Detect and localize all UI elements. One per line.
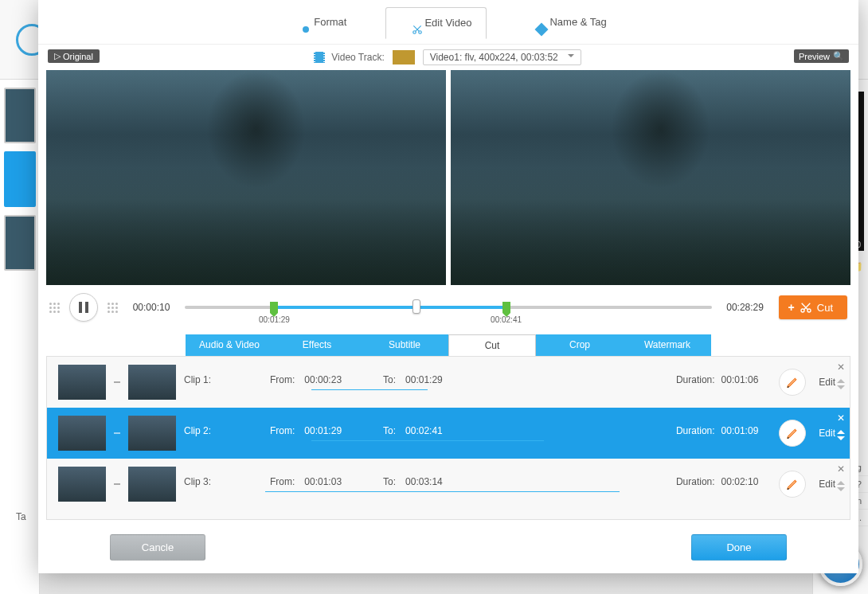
clip-duration-value: 00:01:06 [721, 374, 759, 385]
pencil-icon [786, 427, 799, 440]
clip-to-value: 00:01:29 [405, 374, 443, 385]
timeline-selected-range [274, 306, 506, 309]
format-icon [290, 14, 307, 31]
clip-edit-label: Edit [819, 428, 835, 439]
grip-icon[interactable] [49, 303, 60, 313]
video-track-row: ▷ Original Video Track: Video1: flv, 400… [38, 45, 858, 70]
timeline-marker-start-label: 00:01:29 [259, 315, 290, 324]
clip-range-underline [265, 491, 620, 492]
preview-pane [451, 70, 850, 285]
clip-range-underline [311, 389, 428, 390]
clip-duration-label: Duration: [676, 425, 715, 436]
clip-move-down[interactable] [837, 436, 845, 444]
clip-to-label: To: [383, 476, 396, 487]
bg-thumb[interactable] [4, 151, 36, 207]
clip-to-value: 00:03:14 [405, 476, 443, 487]
clip-remove-button[interactable]: ✕ [837, 463, 845, 475]
scissors-icon [800, 301, 812, 314]
clip-from-label: From: [270, 425, 295, 436]
edit-video-modal: Format Edit Video Name & Tag ▷ Original … [38, 0, 858, 573]
name-tag-icon [526, 14, 543, 31]
clip-to-value: 00:02:41 [405, 425, 443, 436]
clip-from-value: 00:01:29 [304, 425, 342, 436]
video-track-thumb [393, 50, 415, 64]
etab-watermark[interactable]: Watermark [624, 334, 711, 356]
clip-from-label: From: [270, 476, 295, 487]
clip-remove-button[interactable]: ✕ [837, 412, 845, 424]
video-track-select[interactable]: Video1: flv, 400x224, 00:03:52 [423, 49, 581, 65]
tab-name-tag-label: Name & Tag [549, 16, 606, 28]
clip-to-label: To: [383, 425, 396, 436]
clip-name: Clip 3: [184, 476, 229, 487]
clip-thumb-end [128, 365, 176, 400]
clip-move-down[interactable] [837, 385, 845, 393]
pencil-icon [786, 478, 799, 490]
bg-thumb[interactable] [4, 88, 36, 143]
clip-edit-button[interactable] [779, 471, 806, 498]
cut-button[interactable]: + Cut [779, 295, 847, 319]
clip-thumb-start [58, 365, 106, 400]
tab-format[interactable]: Format [275, 6, 362, 38]
etab-effects[interactable]: Effects [273, 334, 361, 356]
tab-edit-video[interactable]: Edit Video [385, 7, 487, 39]
clip-thumb-start [58, 416, 106, 451]
clip-move-up[interactable] [837, 477, 845, 485]
bg-task-label: Ta [16, 511, 26, 522]
clip-move-down[interactable] [837, 487, 845, 495]
etab-audio-video[interactable]: Audio & Video [186, 334, 273, 356]
timeline-current-time: 00:00:10 [127, 302, 175, 313]
tab-name-tag[interactable]: Name & Tag [510, 6, 621, 38]
edit-tabs: Audio & Video Effects Subtitle Cut Crop … [38, 325, 858, 356]
clip-move-up[interactable] [837, 375, 845, 383]
clip-thumb-start [58, 467, 106, 502]
modal-footer: Cancle Done [38, 526, 858, 573]
clip-row[interactable]: Clip 3: From: 00:01:03 To: 00:03:14 Dura… [47, 459, 850, 510]
clip-sep-icon [114, 432, 120, 434]
timeline-marker-end[interactable] [502, 302, 510, 313]
timeline-row: 00:00:10 00:01:29 00:02:41 00:28:29 + Cu… [38, 285, 858, 325]
clip-info: Clip 2: From: 00:01:29 To: 00:02:41 Dura… [184, 425, 764, 441]
pause-button[interactable] [69, 293, 98, 322]
done-button[interactable]: Done [691, 534, 787, 561]
timeline-total-time: 00:28:29 [721, 302, 769, 313]
clip-duration-label: Duration: [676, 476, 715, 487]
clip-side-controls: ✕ [837, 412, 845, 444]
clip-side-controls: ✕ [837, 361, 845, 393]
original-label: Original [63, 52, 93, 61]
clip-from-value: 00:01:03 [304, 476, 342, 487]
clip-info: Clip 3: From: 00:01:03 To: 00:03:14 Dura… [184, 476, 764, 492]
clip-name: Clip 2: [184, 425, 229, 436]
preview-panes [38, 70, 858, 285]
clip-move-up[interactable] [837, 426, 845, 434]
clip-row[interactable]: Clip 2: From: 00:01:29 To: 00:02:41 Dura… [47, 408, 850, 459]
clip-thumb-end [128, 467, 176, 502]
clip-to-label: To: [383, 374, 396, 385]
clip-row[interactable]: Clip 1: From: 00:00:23 To: 00:01:29 Dura… [47, 357, 850, 408]
clip-duration-value: 00:02:10 [721, 476, 759, 487]
timeline-marker-start[interactable] [270, 302, 278, 313]
clip-name: Clip 1: [184, 374, 229, 385]
top-tabs: Format Edit Video Name & Tag [38, 0, 858, 45]
clip-thumb-end [128, 416, 176, 451]
etab-crop[interactable]: Crop [536, 334, 624, 356]
clip-duration-value: 00:01:09 [721, 425, 759, 436]
clip-edit-button[interactable] [779, 369, 806, 396]
svg-point-2 [801, 309, 804, 312]
timeline-marker-end-label: 00:02:41 [491, 315, 522, 324]
timeline-playhead[interactable] [412, 299, 420, 314]
video-track-selected: Video1: flv, 400x224, 00:03:52 [430, 52, 558, 63]
cancel-button[interactable]: Cancle [110, 534, 205, 561]
clip-remove-button[interactable]: ✕ [837, 361, 845, 373]
grip-icon[interactable] [108, 303, 118, 313]
timeline-track[interactable]: 00:01:29 00:02:41 [185, 298, 712, 317]
etab-cut[interactable]: Cut [448, 334, 536, 356]
film-icon [315, 52, 323, 63]
video-track-label: Video Track: [331, 52, 384, 63]
clip-duration-label: Duration: [676, 374, 715, 385]
etab-subtitle[interactable]: Subtitle [361, 334, 448, 356]
bg-thumb[interactable] [4, 215, 36, 271]
preview-badge[interactable]: Preview 🔍 [794, 49, 849, 63]
pause-icon [79, 302, 88, 313]
clip-edit-button[interactable] [779, 420, 806, 447]
clip-range-underline [311, 440, 544, 441]
